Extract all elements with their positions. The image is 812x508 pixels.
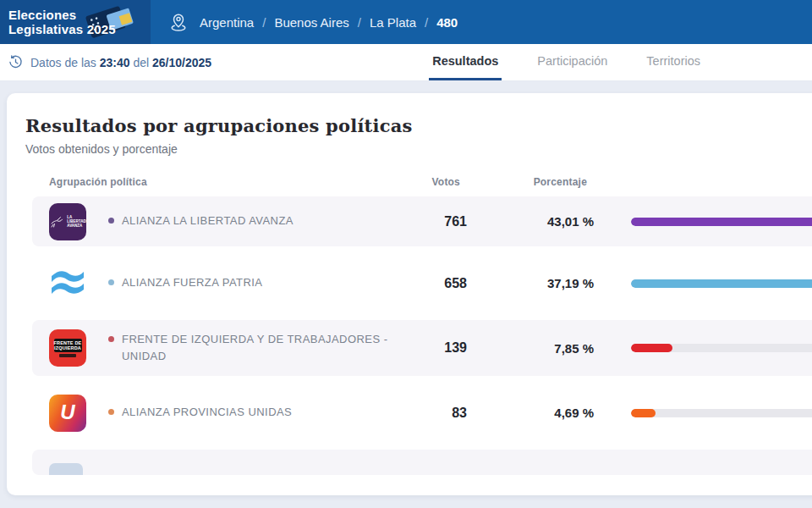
party-percentage: 37,19 % bbox=[467, 276, 594, 290]
party-votes: 761 bbox=[391, 214, 467, 229]
table-row-partial bbox=[32, 450, 812, 475]
tab-resultados[interactable]: Resultados bbox=[429, 44, 502, 80]
party-logo-fuerza-patria bbox=[49, 265, 86, 302]
data-time: 23:40 bbox=[100, 56, 130, 69]
refresh-clock-icon bbox=[8, 55, 23, 69]
breadcrumb-item-country[interactable]: Argentina bbox=[200, 15, 254, 30]
party-logo-partial bbox=[49, 463, 83, 475]
tab-territorios[interactable]: Territorios bbox=[643, 44, 704, 80]
column-header-agrupacion: Agrupación política bbox=[25, 176, 384, 188]
site-logo-text: Elecciones Legislativas 2025 bbox=[8, 8, 116, 36]
results-card: Resultados por agrupaciones políticas Vo… bbox=[7, 93, 812, 495]
party-votes: 658 bbox=[391, 276, 467, 291]
party-logo-la-libertad-avanza: LA LIBERTAD AVANZA bbox=[49, 203, 86, 240]
table-row: ALIANZA FUERZA PATRIA 658 37,19 % bbox=[32, 258, 812, 308]
party-percentage: 43,01 % bbox=[467, 214, 594, 229]
site-logo[interactable]: Elecciones Legislativas 2025 bbox=[0, 0, 151, 44]
data-date: 26/10/2025 bbox=[152, 56, 211, 69]
breadcrumb-item-current: 480 bbox=[436, 15, 458, 30]
page-title: Resultados por agrupaciones políticas bbox=[25, 115, 812, 136]
table-row: U ALIANZA PROVINCIAS UNIDAS 83 4,69 % bbox=[32, 388, 812, 438]
view-tabs: Resultados Participación Territorios bbox=[429, 44, 704, 80]
breadcrumb-separator: / bbox=[425, 15, 428, 30]
percentage-bar bbox=[631, 409, 812, 417]
percentage-bar bbox=[631, 218, 812, 226]
page-body: Resultados por agrupaciones políticas Vo… bbox=[0, 81, 812, 508]
party-name: ALIANZA LA LIBERTAD AVANZA bbox=[122, 213, 294, 229]
party-name: ALIANZA PROVINCIAS UNIDAS bbox=[122, 404, 292, 421]
breadcrumb: Argentina / Buenos Aires / La Plata / 48… bbox=[169, 13, 458, 31]
party-color-bullet bbox=[108, 336, 114, 342]
results-list: LA LIBERTAD AVANZA ALIANZA LA LIBERTAD A… bbox=[25, 196, 812, 475]
table-row: FRENTE DE IZQUIERDA FRENTE DE IZQUIERDA … bbox=[32, 320, 812, 376]
column-header-votos: Votos bbox=[384, 176, 460, 188]
party-votes: 139 bbox=[391, 340, 467, 356]
party-votes: 83 bbox=[391, 406, 467, 421]
party-name: ALIANZA FUERZA PATRIA bbox=[122, 274, 262, 291]
breadcrumb-separator: / bbox=[262, 15, 266, 30]
party-percentage: 4,69 % bbox=[467, 406, 594, 420]
party-color-bullet bbox=[108, 279, 114, 285]
percentage-bar bbox=[631, 279, 812, 288]
party-percentage: 7,85 % bbox=[467, 341, 594, 356]
top-navigation-bar: Elecciones Legislativas 2025 Argentina /… bbox=[0, 0, 812, 44]
party-logo-provincias-unidas: U bbox=[49, 395, 86, 432]
location-pin-icon bbox=[169, 13, 188, 31]
table-row: LA LIBERTAD AVANZA ALIANZA LA LIBERTAD A… bbox=[32, 196, 812, 246]
tab-participacion[interactable]: Participación bbox=[534, 44, 611, 80]
breadcrumb-item-province[interactable]: Buenos Aires bbox=[274, 15, 348, 30]
column-header-porcentaje: Porcentaje bbox=[460, 176, 587, 188]
party-color-bullet bbox=[108, 218, 114, 224]
party-color-bullet bbox=[108, 409, 114, 415]
page-subtitle: Votos obtenidos y porcentaje bbox=[25, 142, 812, 156]
breadcrumb-separator: / bbox=[358, 15, 361, 30]
percentage-bar bbox=[631, 344, 812, 352]
party-logo-frente-de-izquierda: FRENTE DE IZQUIERDA bbox=[49, 329, 86, 367]
breadcrumb-item-city[interactable]: La Plata bbox=[370, 15, 416, 30]
party-name: FRENTE DE IZQUIERDA Y DE TRABAJADORES - … bbox=[122, 331, 391, 365]
data-timestamp: Datos de las 23:40 del 26/10/2025 bbox=[8, 55, 211, 69]
sub-header-bar: Datos de las 23:40 del 26/10/2025 Result… bbox=[0, 44, 812, 81]
table-header: Agrupación política Votos Porcentaje bbox=[25, 176, 812, 188]
